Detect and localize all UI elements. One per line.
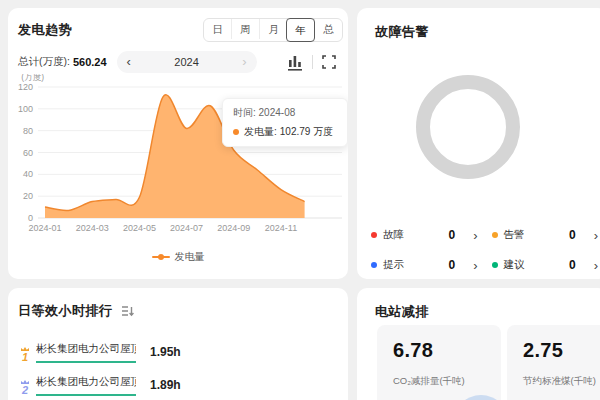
tooltip-value: 102.79 万度 xyxy=(280,125,333,139)
generation-subheader: 总计(万度): 560.24 ‹ 2024 › xyxy=(8,42,348,73)
legend-line-icon xyxy=(152,256,170,258)
ranking-title: 日等效小时排行 xyxy=(18,302,113,320)
donut-ring xyxy=(423,82,513,172)
equivalent-hours-ranking-panel: 日等效小时排行 1 彬长集团电力公司屋顶分布式... 1.95h 2 彬长集团电… xyxy=(8,288,348,400)
svg-text:40: 40 xyxy=(23,169,33,179)
tab-day[interactable]: 日 xyxy=(204,19,231,39)
chevron-right-icon[interactable]: › xyxy=(594,229,598,242)
svg-text:2024-11: 2024-11 xyxy=(265,223,297,233)
date-navigator: ‹ 2024 › xyxy=(117,51,257,73)
chart-legend[interactable]: 发电量 xyxy=(8,250,348,264)
status-dot-icon xyxy=(492,232,498,238)
tab-total[interactable]: 总 xyxy=(314,19,342,39)
svg-text:2024-09: 2024-09 xyxy=(217,223,250,233)
chevron-right-icon[interactable]: › xyxy=(594,259,598,272)
fault-item-fault[interactable]: 故障 0 › xyxy=(371,222,478,248)
svg-text:2024-01: 2024-01 xyxy=(28,223,61,233)
svg-text:120: 120 xyxy=(18,82,33,92)
fault-alarm-panel: 故障告警 故障 0 › 告警 0 › 提示 0 › 建议 0 › xyxy=(357,8,600,279)
fault-count: 0 xyxy=(569,228,576,242)
hours-value: 1.89h xyxy=(150,378,181,396)
sort-descending-icon[interactable] xyxy=(121,305,134,317)
fault-label: 提示 xyxy=(383,258,404,272)
tooltip-series-label: 发电量: xyxy=(244,125,277,139)
tab-month[interactable]: 月 xyxy=(259,19,287,39)
fault-item-alarm[interactable]: 告警 0 › xyxy=(492,222,599,248)
svg-text:(万度): (万度) xyxy=(21,74,44,82)
fault-count: 0 xyxy=(448,258,455,272)
series-dot-icon xyxy=(233,129,239,135)
chart-toolbar xyxy=(287,54,336,71)
list-item[interactable]: 2 彬长集团电力公司屋顶分布式... 1.89h xyxy=(18,375,338,396)
total-value: 560.24 xyxy=(73,56,107,68)
station-name: 彬长集团电力公司屋顶分布式... xyxy=(36,375,136,396)
toolbar-divider xyxy=(312,55,313,69)
chevron-right-icon[interactable]: › xyxy=(473,259,477,272)
generation-trend-panel: 发电趋势 日 周 月 年 总 总计(万度): 560.24 ‹ 2024 › xyxy=(8,8,348,279)
ranking-list: 1 彬长集团电力公司屋顶分布式... 1.95h 2 彬长集团电力公司屋顶分布式… xyxy=(8,320,348,396)
coal-label: 节约标准煤(千吨) xyxy=(523,375,596,388)
cloud-icon xyxy=(453,395,501,400)
page-title: 发电趋势 xyxy=(18,21,72,39)
chart-tooltip: 时间: 2024-08 发电量: 102.79 万度 xyxy=(222,98,348,147)
current-year-label: 2024 xyxy=(174,56,198,68)
rank-badge: 1 xyxy=(18,347,32,363)
svg-text:0: 0 xyxy=(28,213,33,223)
emission-cards: 6.78 CO₂减排量(千吨) 2.75 节约标准煤(千吨) xyxy=(377,325,600,400)
next-year-button[interactable]: › xyxy=(242,52,246,72)
fault-count: 0 xyxy=(569,258,576,272)
fault-item-hint[interactable]: 提示 0 › xyxy=(371,252,478,278)
fullscreen-icon[interactable] xyxy=(322,55,336,69)
svg-text:2024-07: 2024-07 xyxy=(170,223,203,233)
coal-saved-card: 2.75 节约标准煤(千吨) xyxy=(507,325,600,400)
status-dot-icon xyxy=(371,262,377,268)
fault-donut-wrap xyxy=(413,72,523,186)
emission-reduction-panel: 电站减排 6.78 CO₂减排量(千吨) 2.75 节约标准煤(千吨) xyxy=(357,288,600,400)
svg-text:2024-05: 2024-05 xyxy=(123,223,156,233)
prev-year-button[interactable]: ‹ xyxy=(127,52,131,72)
fault-item-suggestion[interactable]: 建议 0 › xyxy=(492,252,599,278)
period-tab-group: 日 周 月 年 总 xyxy=(203,18,343,42)
fault-label: 故障 xyxy=(383,228,404,242)
fault-panel-title: 故障告警 xyxy=(375,24,429,39)
fault-donut-chart xyxy=(413,72,523,182)
fault-count: 0 xyxy=(448,228,455,242)
fault-legend-grid: 故障 0 › 告警 0 › 提示 0 › 建议 0 › xyxy=(371,222,598,278)
bar-chart-icon[interactable] xyxy=(287,54,303,71)
list-item[interactable]: 1 彬长集团电力公司屋顶分布式... 1.95h xyxy=(18,342,338,363)
chevron-right-icon[interactable]: › xyxy=(473,229,477,242)
fault-label: 建议 xyxy=(504,258,525,272)
svg-text:2024-03: 2024-03 xyxy=(76,223,109,233)
emission-title: 电站减排 xyxy=(375,304,429,319)
svg-text:100: 100 xyxy=(18,104,33,114)
coal-value: 2.75 xyxy=(523,339,563,362)
co2-value: 6.78 xyxy=(393,339,433,362)
fault-label: 告警 xyxy=(504,228,525,242)
rank-badge: 2 xyxy=(18,380,32,396)
status-dot-icon xyxy=(492,262,498,268)
svg-text:60: 60 xyxy=(23,148,33,158)
tab-week[interactable]: 周 xyxy=(231,19,259,39)
tab-year[interactable]: 年 xyxy=(286,18,315,42)
station-name: 彬长集团电力公司屋顶分布式... xyxy=(36,342,136,363)
legend-label: 发电量 xyxy=(175,250,205,264)
total-label: 总计(万度): xyxy=(18,55,70,69)
svg-text:20: 20 xyxy=(23,191,33,201)
hours-value: 1.95h xyxy=(150,345,181,363)
svg-text:80: 80 xyxy=(23,126,33,136)
tooltip-time: 时间: 2024-08 xyxy=(233,106,337,120)
status-dot-icon xyxy=(371,232,377,238)
co2-reduction-card: 6.78 CO₂减排量(千吨) xyxy=(377,325,501,400)
co2-label: CO₂减排量(千吨) xyxy=(393,375,465,388)
generation-header: 发电趋势 日 周 月 年 总 xyxy=(8,8,348,42)
